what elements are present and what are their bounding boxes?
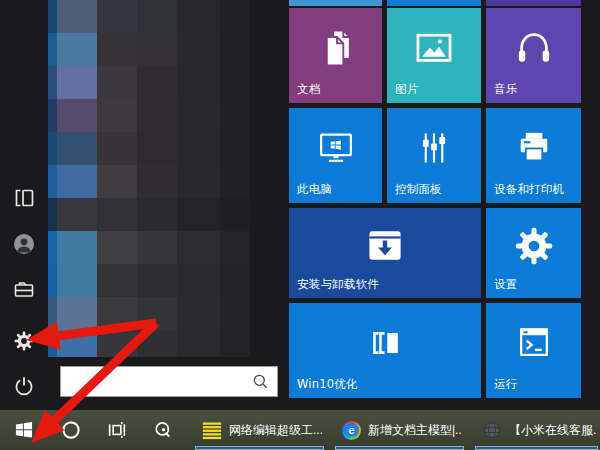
mosaic-cell — [97, 264, 137, 297]
mosaic-cell — [220, 33, 250, 66]
tile-settings[interactable]: 设置 — [486, 208, 581, 298]
mosaic-cell — [220, 0, 250, 33]
install-icon — [362, 224, 408, 268]
task-view-button[interactable] — [94, 410, 140, 450]
file-explorer-icon — [12, 277, 36, 301]
sidebar-item-file-explorer[interactable] — [11, 276, 37, 302]
taskbar-button-label: 新增文档主模型|... — [368, 422, 462, 439]
control-panel-icon — [412, 126, 456, 170]
mosaic-cell — [57, 264, 97, 297]
picture-icon — [412, 26, 456, 70]
taskbar: 网络编辑超级工...e新增文档主模型|...【小米在线客服... — [0, 410, 600, 450]
mosaic-cell — [220, 132, 250, 165]
mosaic-cell — [220, 165, 250, 198]
music-icon — [512, 26, 556, 70]
mosaic-cell — [97, 297, 137, 330]
magnifier-button[interactable] — [140, 410, 186, 450]
tile-control-panel[interactable]: 控制面板 — [387, 108, 481, 203]
mosaic-cell — [57, 198, 97, 231]
mosaic-cell — [97, 0, 137, 33]
tile-win10-optimize[interactable]: Win10优化 — [289, 303, 481, 398]
mosaic-cell — [137, 33, 177, 66]
tile-install-uninstall[interactable]: 安装与卸载软件 — [289, 208, 481, 298]
gear-filled-icon — [511, 223, 557, 269]
mosaic-cell — [220, 66, 250, 99]
printer-icon — [512, 126, 556, 170]
mosaic-cell — [48, 231, 57, 264]
mosaic-cell — [177, 99, 220, 132]
sidebar-item-power[interactable] — [11, 373, 37, 399]
mosaic-cell — [177, 0, 220, 33]
tile-music[interactable]: 音乐 — [486, 8, 581, 103]
taskbar-app-2[interactable]: e新增文档主模型|... — [333, 410, 466, 450]
mosaic-cell — [177, 33, 220, 66]
mosaic-cell — [57, 231, 97, 264]
tile-label: 安装与卸载软件 — [297, 277, 379, 292]
mosaic-cell — [97, 231, 137, 264]
mosaic-cell — [220, 330, 250, 357]
mosaic-cell — [57, 297, 97, 330]
tile-strip-3[interactable] — [486, 0, 581, 6]
mosaic-cell — [137, 132, 177, 165]
tile-devices-printers[interactable]: 设备和打印机 — [486, 108, 581, 203]
tile-label: 设置 — [494, 277, 517, 292]
running-app-indicator — [195, 446, 324, 450]
sidebar-item-settings[interactable] — [11, 328, 37, 354]
mosaic-cell — [177, 66, 220, 99]
tile-this-pc[interactable]: 此电脑 — [289, 108, 382, 203]
mosaic-cell — [137, 0, 177, 33]
mosaic-cell — [220, 231, 250, 264]
start-menu-panel: 文档图片音乐此电脑控制面板设备和打印机安装与卸载软件设置Win10优化运行 — [0, 0, 600, 410]
gear-icon — [12, 329, 36, 353]
cortana-button[interactable] — [48, 410, 94, 450]
mosaic-cell — [57, 0, 97, 33]
mosaic-cell — [177, 165, 220, 198]
search-input[interactable] — [61, 374, 251, 389]
taskbar-app-3[interactable]: 【小米在线客服... — [473, 410, 600, 450]
mosaic-cell — [177, 264, 220, 297]
mosaic-cell — [48, 264, 57, 297]
magnifier-icon — [152, 419, 174, 441]
mosaic-cell — [137, 297, 177, 330]
circle-icon — [60, 419, 82, 441]
sidebar-item-expand[interactable] — [11, 185, 37, 211]
mosaic-cell — [57, 66, 97, 99]
mosaic-cell — [97, 165, 137, 198]
mosaic-cell — [137, 264, 177, 297]
run-icon — [512, 321, 556, 365]
start-button[interactable] — [0, 410, 48, 450]
mosaic-cell — [48, 66, 57, 99]
sidebar-item-user[interactable] — [11, 231, 37, 257]
globe-icon — [482, 420, 502, 440]
tile-label: 图片 — [395, 82, 418, 97]
tile-label: 文档 — [297, 82, 320, 97]
tile-label: Win10优化 — [297, 377, 358, 392]
mosaic-cell — [137, 330, 177, 357]
tile-documents[interactable]: 文档 — [289, 8, 382, 103]
mosaic-cell — [177, 231, 220, 264]
running-app-indicator — [475, 446, 598, 450]
mosaic-cell — [48, 99, 57, 132]
taskbar-button-label: 网络编辑超级工... — [229, 422, 322, 439]
task-view-icon — [106, 419, 128, 441]
taskbar-app-1[interactable]: 网络编辑超级工... — [193, 410, 326, 450]
power-icon — [12, 374, 36, 398]
mosaic-cell — [137, 99, 177, 132]
tile-strip-2[interactable] — [387, 0, 481, 6]
mosaic-cell — [177, 132, 220, 165]
mosaic-cell — [97, 33, 137, 66]
tile-label: 控制面板 — [395, 182, 442, 197]
windows-logo-icon — [13, 419, 35, 441]
search-box — [60, 366, 278, 397]
mosaic-cell — [97, 99, 137, 132]
mosaic-cell — [57, 132, 97, 165]
tile-run[interactable]: 运行 — [486, 303, 581, 398]
tile-label: 设备和打印机 — [494, 182, 564, 197]
tile-strip-1[interactable] — [289, 0, 382, 6]
mosaic-cell — [177, 330, 220, 357]
mosaic-cell — [97, 132, 137, 165]
tile-pictures[interactable]: 图片 — [387, 8, 481, 103]
taskbar-button-label: 【小米在线客服... — [509, 422, 596, 439]
mosaic-cell — [177, 198, 220, 231]
search-icon — [251, 372, 270, 391]
